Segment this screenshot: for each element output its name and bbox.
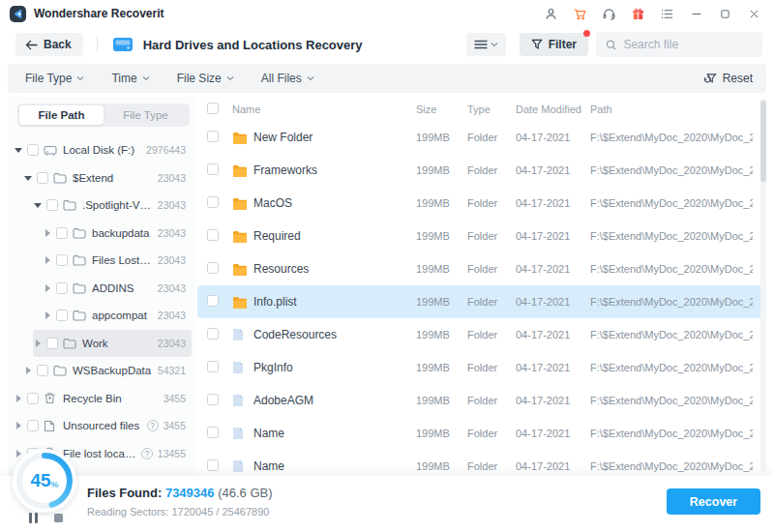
stop-button[interactable] bbox=[54, 514, 63, 522]
table-row[interactable]: Name199MBFolder04-17-2021F:\$Extend\MyDo… bbox=[197, 417, 766, 450]
filter-pill-label: File Size bbox=[177, 72, 222, 85]
tree-checkbox[interactable] bbox=[37, 365, 48, 376]
row-checkbox[interactable] bbox=[207, 262, 219, 274]
column-header-name[interactable]: Name bbox=[232, 103, 416, 115]
search-box[interactable] bbox=[596, 32, 762, 57]
minimize-button[interactable] bbox=[688, 6, 704, 22]
expand-arrow-icon[interactable] bbox=[23, 367, 32, 374]
expand-arrow-icon[interactable] bbox=[43, 256, 51, 264]
close-button[interactable] bbox=[746, 6, 762, 22]
gift-icon[interactable] bbox=[630, 6, 646, 22]
table-row[interactable]: PkgInfo199MBFolder04-17-2021F:\$Extend\M… bbox=[197, 351, 766, 384]
column-header-type[interactable]: Type bbox=[467, 103, 516, 115]
table-row[interactable]: MacOS199MBFolder04-17-2021F:\$Extend\MyD… bbox=[197, 187, 766, 220]
collapse-arrow-icon[interactable] bbox=[33, 202, 42, 208]
filter-pill-all-files[interactable]: All Files bbox=[261, 72, 314, 85]
tree-item--extend[interactable]: $Extend23043 bbox=[23, 164, 192, 192]
tree-item-recycle-bin[interactable]: Recycle Bin3455 bbox=[14, 385, 192, 413]
table-row[interactable]: AdobeAGM199MBFolder04-17-2021F:\$Extend\… bbox=[197, 384, 766, 417]
table-body: New Folder199MBFolder04-17-2021F:\$Exten… bbox=[197, 121, 766, 483]
back-button[interactable]: Back bbox=[15, 33, 83, 56]
tree-item--spotlight-v10000-[interactable]: .Spotlight-V10000...23043 bbox=[33, 192, 192, 220]
row-date: 04-17-2021 bbox=[516, 460, 590, 472]
row-checkbox[interactable] bbox=[207, 394, 219, 405]
tree-checkbox[interactable] bbox=[56, 310, 68, 321]
tree-item-label: Work bbox=[82, 338, 153, 349]
expand-arrow-icon[interactable] bbox=[43, 311, 51, 319]
collapse-arrow-icon[interactable] bbox=[14, 147, 22, 153]
scrollbar-thumb[interactable] bbox=[760, 101, 766, 182]
table-row[interactable]: Resources199MBFolder04-17-2021F:\$Extend… bbox=[197, 252, 766, 285]
search-input[interactable] bbox=[623, 38, 753, 51]
sidebar-tab-file-type[interactable]: File Type bbox=[104, 105, 188, 125]
reset-filter-icon bbox=[703, 73, 717, 85]
folder-icon bbox=[73, 254, 87, 266]
help-icon[interactable]: ? bbox=[147, 420, 159, 431]
table-row[interactable]: CodeResources199MBFolder04-17-2021F:\$Ex… bbox=[197, 318, 766, 351]
filter-pill-file-type[interactable]: File Type bbox=[25, 72, 84, 85]
tree-checkbox[interactable] bbox=[46, 199, 58, 211]
filter-pill-file-size[interactable]: File Size bbox=[177, 72, 234, 85]
expand-arrow-icon[interactable] bbox=[43, 284, 51, 292]
row-checkbox[interactable] bbox=[207, 295, 219, 307]
row-checkbox[interactable] bbox=[207, 196, 219, 208]
select-all-checkbox[interactable] bbox=[207, 103, 219, 114]
tree-item-local-disk-f-[interactable]: Local Disk (F:)2976443 bbox=[14, 136, 192, 164]
expand-arrow-icon[interactable] bbox=[43, 229, 51, 237]
table-row[interactable]: Info.plist199MBFolder04-17-2021F:\$Exten… bbox=[197, 285, 766, 318]
support-icon[interactable] bbox=[601, 6, 617, 22]
folder-icon bbox=[232, 164, 253, 177]
recover-button[interactable]: Recover bbox=[667, 488, 760, 515]
view-mode-button[interactable] bbox=[466, 33, 506, 56]
tree-checkbox[interactable] bbox=[27, 420, 39, 431]
row-checkbox[interactable] bbox=[207, 459, 219, 471]
row-checkbox[interactable] bbox=[207, 427, 219, 438]
tree-checkbox[interactable] bbox=[46, 338, 58, 349]
row-path: F:\$Extend\MyDoc_2020\MyDoc_2020\M... bbox=[590, 329, 753, 340]
tree-item-appcompat[interactable]: appcompat23043 bbox=[43, 302, 192, 330]
tree-item-addins[interactable]: ADDINS23043 bbox=[43, 275, 192, 303]
expand-arrow-icon[interactable] bbox=[33, 340, 42, 347]
tree-checkbox[interactable] bbox=[56, 282, 68, 294]
tree-item-wsbackupdata[interactable]: WSBackupData54321 bbox=[23, 357, 192, 385]
filter-pills: File TypeTimeFile SizeAll Files bbox=[25, 72, 342, 85]
files-found-line: Files Found: 7349346 (46.6 GB) bbox=[87, 486, 273, 500]
row-name: AdobeAGM bbox=[253, 394, 416, 407]
table-row[interactable]: New Folder199MBFolder04-17-2021F:\$Exten… bbox=[197, 121, 766, 154]
row-checkbox[interactable] bbox=[207, 163, 219, 175]
row-checkbox[interactable] bbox=[207, 229, 219, 241]
tree-checkbox[interactable] bbox=[37, 172, 48, 184]
tree-item-work[interactable]: Work23043 bbox=[33, 330, 192, 358]
account-icon[interactable] bbox=[543, 6, 559, 22]
tree-checkbox[interactable] bbox=[27, 393, 39, 404]
cart-icon[interactable] bbox=[572, 6, 588, 22]
filter-pill-time[interactable]: Time bbox=[111, 72, 149, 85]
tree-item-label: backupdata bbox=[92, 227, 153, 239]
sidebar-tab-file-path[interactable]: File Path bbox=[19, 105, 104, 125]
filter-button[interactable]: Filter bbox=[520, 33, 588, 56]
tree-item-unsourced-files[interactable]: Unsourced files?3455 bbox=[14, 412, 192, 440]
column-header-path[interactable]: Path bbox=[590, 103, 753, 115]
table-row[interactable]: Required199MBFolder04-17-2021F:\$Extend\… bbox=[197, 220, 766, 252]
back-arrow-icon bbox=[25, 40, 38, 50]
tree-checkbox[interactable] bbox=[56, 227, 68, 239]
expand-arrow-icon[interactable] bbox=[14, 422, 22, 429]
row-checkbox[interactable] bbox=[207, 361, 219, 372]
tree-checkbox[interactable] bbox=[56, 254, 68, 266]
tree-item-backupdata[interactable]: backupdata23043 bbox=[43, 220, 192, 248]
column-header-date[interactable]: Date Modified bbox=[516, 103, 590, 115]
collapse-arrow-icon[interactable] bbox=[23, 175, 32, 181]
maximize-button[interactable] bbox=[717, 6, 733, 22]
menu-icon[interactable] bbox=[659, 6, 675, 22]
row-type: Folder bbox=[467, 460, 516, 472]
tree-item-files-lost-origri-[interactable]: Files Lost Origri...23043 bbox=[43, 247, 192, 275]
tree-checkbox[interactable] bbox=[27, 144, 39, 156]
pause-button[interactable] bbox=[29, 513, 38, 523]
expand-arrow-icon[interactable] bbox=[14, 395, 22, 402]
column-header-size[interactable]: Size bbox=[416, 103, 467, 115]
table-row[interactable]: Frameworks199MBFolder04-17-2021F:\$Exten… bbox=[197, 154, 766, 187]
row-checkbox[interactable] bbox=[207, 328, 219, 340]
help-icon[interactable]: ? bbox=[141, 448, 153, 459]
row-checkbox[interactable] bbox=[207, 131, 219, 142]
reset-button[interactable]: Reset bbox=[703, 72, 753, 85]
